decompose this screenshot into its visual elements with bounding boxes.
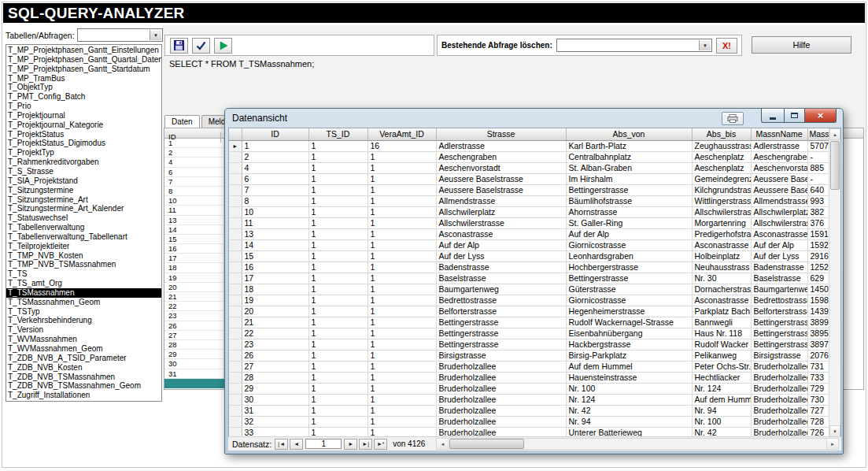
next-record-button[interactable]: ► [344,439,357,450]
data-cell[interactable]: 1 [308,284,368,295]
table-list-item[interactable]: T_ProjektTyp [6,148,161,158]
data-cell[interactable]: Bettingerstrasse [436,339,566,350]
results-grid-row[interactable]: 26 [164,321,224,331]
data-row[interactable]: 2911BruderholzalleeNr. 100Nr. 124Bruderh… [229,383,829,394]
data-cell[interactable]: Leonhardsgraben [566,250,692,261]
data-cell[interactable]: 1 [308,140,368,151]
data-row[interactable]: 711Aeussere BaselstrasseBettingerstrasse… [229,184,829,195]
data-cell[interactable]: Aeschenvorstadt [751,162,807,173]
data-row[interactable]: 1311AsconastrasseAuf der AlpPredigerhofs… [229,228,829,239]
data-cell[interactable]: Haus Nr. 118 [692,328,751,339]
data-cell[interactable]: 16 [242,261,308,273]
data-cell[interactable]: 1 [368,173,436,184]
row-selector[interactable] [229,151,242,162]
data-cell[interactable]: Bettingerstrass [751,317,807,328]
data-cell[interactable]: Aeussere Base [751,173,807,184]
row-selector[interactable] [229,339,242,350]
results-grid-row[interactable]: 14 [164,225,224,235]
data-cell[interactable]: 2 [242,151,308,162]
table-list-item[interactable]: T_S_Strasse [6,167,161,176]
results-grid-row[interactable]: 29 [164,350,224,359]
data-row[interactable]: 1711BaselstrasseBettingerstrasseNr. 30Ba… [229,273,829,284]
data-cell[interactable]: 1 [368,261,436,273]
column-header[interactable]: Abs_von [566,128,692,140]
data-cell[interactable]: Pelikanweg [692,350,751,361]
scroll-down-icon[interactable]: ▼ [829,425,840,437]
column-header[interactable]: ID [242,128,308,140]
data-cell[interactable]: Asconastrasse [692,295,751,306]
data-cell[interactable]: Bettingerstrasse [436,317,566,328]
data-cell[interactable]: 11 [242,217,308,228]
results-grid-row[interactable]: 4 [164,158,224,167]
data-row[interactable]: 211AeschengrabenCentralbahnplatzAeschenp… [229,151,829,162]
results-grid-row[interactable]: 31 [164,369,224,379]
row-selector[interactable] [229,405,242,416]
maximize-button[interactable] [784,109,805,123]
row-selector[interactable] [229,195,242,206]
data-cell[interactable]: Belforterstrasse [751,306,807,317]
data-cell[interactable]: 1 [308,416,368,427]
data-cell[interactable]: 1 [308,306,368,317]
table-list-item[interactable]: T_Rahmenkreditvorgaben [6,158,161,167]
row-selector[interactable] [229,306,242,317]
data-row[interactable]: 2311BettingerstrasseHackbergstrasseRudol… [229,339,829,350]
first-record-button[interactable]: |◄ [275,439,288,450]
chevron-down-icon[interactable]: ▼ [150,30,161,40]
data-cell[interactable]: Giornicostrasse [566,295,692,306]
data-cell[interactable]: Aeschenplatz [692,162,751,173]
data-cell[interactable]: 8 [242,195,308,206]
data-cell[interactable]: Bruderholzallee [751,383,807,394]
data-cell[interactable]: 1 [308,173,368,184]
table-list-item[interactable]: T_ZDB_NVB_Kosten [6,363,161,373]
table-list-item[interactable]: T_Tabellenverwaltung_Tabellenart [6,232,161,242]
data-cell[interactable]: 31 [242,405,308,416]
results-grid-row[interactable]: 23 [164,311,224,321]
data-cell[interactable]: Aeussere Baselstrasse [436,173,566,184]
results-grid-row[interactable]: 2 [164,148,224,158]
data-cell[interactable]: 23 [242,339,308,350]
data-row[interactable]: 1011AllschwilerplatzAhornstrasseAllschwi… [229,206,829,217]
data-cell[interactable]: 17 [242,273,308,284]
data-cell[interactable]: Bäumlihofstrasse [566,195,692,206]
data-cell[interactable]: Asconastrasse [692,239,751,250]
data-cell[interactable]: 1252 [807,261,829,273]
results-grid-row[interactable]: 20 [164,283,224,292]
data-cell[interactable]: 1 [368,361,436,372]
minimize-button[interactable] [761,109,784,123]
last-record-button[interactable]: ►| [359,439,372,450]
table-list-item[interactable]: T_Zugriff_Installationen [6,391,161,400]
data-cell[interactable]: 728 [807,416,829,427]
data-cell[interactable]: Giornicostrasse [566,239,692,250]
row-selector[interactable] [229,206,242,217]
row-selector[interactable] [229,361,242,372]
data-row[interactable]: 2111BettingerstrasseRudolf Wackernagel-S… [229,317,829,328]
data-cell[interactable]: Ahornstrasse [566,206,692,217]
data-cell[interactable]: Dornacherstras [692,284,751,295]
data-cell[interactable]: 1 [308,339,368,350]
data-cell[interactable]: 1 [368,306,436,317]
data-cell[interactable]: Baumgartenweg [751,284,807,295]
data-cell[interactable]: Baselstrasse [436,273,566,284]
data-row[interactable]: 1911BedrettostrasseGiornicostrasseAscona… [229,295,829,306]
data-cell[interactable]: 993 [807,195,829,206]
row-selector[interactable] [229,228,242,239]
data-cell[interactable]: 32 [242,416,308,427]
data-cell[interactable]: Auf der Lyss [751,250,807,261]
data-cell[interactable]: Holbeinplatz [692,250,751,261]
table-list-item[interactable]: T_Projektjournal_Kategorie [6,121,161,130]
table-list-item[interactable]: T_Sitzungstermine [6,186,161,195]
table-list-item[interactable]: T_Sitzungstermine_Art [6,195,161,205]
data-cell[interactable]: Nr. 94 [566,416,692,427]
data-row[interactable]: 3111BruderholzalleeNr. 42Nr. 94Bruderhol… [229,405,829,416]
data-cell[interactable]: Rudolf Wackernagel-Strasse [566,317,692,328]
data-cell[interactable]: 730 [807,394,829,405]
results-grid-row[interactable]: 30 [164,359,224,369]
data-cell[interactable]: 7 [242,184,308,195]
scroll-left-icon[interactable]: ◄ [437,439,449,449]
data-cell[interactable]: 1 [308,405,368,416]
column-header[interactable]: Strasse [436,128,566,140]
table-list-item[interactable]: T_TSTyp [6,307,161,317]
data-cell[interactable]: 1439 [807,306,829,317]
data-cell[interactable]: 382 [807,206,829,217]
data-cell[interactable]: 1 [368,206,436,217]
